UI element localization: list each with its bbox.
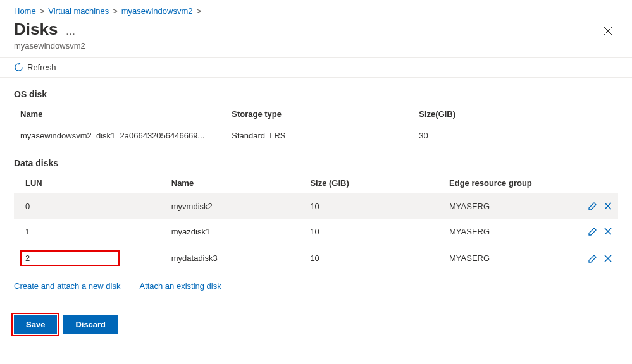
data-disk-header-name: Name: [165, 173, 304, 193]
data-disk-lun: 1: [14, 219, 165, 244]
attach-existing-disk-link[interactable]: Attach an existing disk: [139, 281, 221, 291]
delete-icon[interactable]: [602, 200, 614, 212]
page-subtitle: myasewindowsvm2: [0, 41, 632, 57]
data-disks-section-title: Data disks: [14, 158, 618, 168]
delete-icon[interactable]: [602, 225, 614, 238]
more-icon[interactable]: …: [65, 26, 75, 37]
discard-button[interactable]: Discard: [63, 315, 118, 334]
data-disk-row: 1 myazdisk1 10 MYASERG: [14, 219, 618, 244]
data-disk-size: 10: [304, 219, 443, 244]
data-disk-erg: MYASERG: [443, 219, 580, 244]
edit-icon[interactable]: [586, 252, 599, 265]
breadcrumb: Home > Virtual machines > myasewindowsvm…: [0, 0, 632, 18]
save-button[interactable]: Save: [14, 315, 57, 334]
data-disk-lun-highlighted: 2: [20, 250, 120, 266]
breadcrumb-vm[interactable]: myasewindowsvm2: [121, 6, 193, 16]
os-disk-row: myasewindowsvm2_disk1_2a066432056446669.…: [14, 124, 618, 147]
chevron-right-icon: >: [196, 6, 201, 16]
refresh-button[interactable]: Refresh: [27, 63, 56, 72]
close-icon[interactable]: [598, 23, 618, 41]
data-disk-row: 2 mydatadisk3 10 MYASERG: [14, 244, 618, 272]
os-disk-size: 30: [412, 124, 618, 147]
breadcrumb-virtual-machines[interactable]: Virtual machines: [48, 6, 109, 16]
edit-icon[interactable]: [586, 200, 599, 212]
os-disk-section-title: OS disk: [14, 89, 618, 99]
os-disk-header-name: Name: [14, 104, 225, 124]
os-disk-table: Name Storage type Size(GiB) myasewindows…: [14, 104, 618, 147]
breadcrumb-home[interactable]: Home: [14, 6, 36, 16]
data-disk-erg: MYASERG: [443, 193, 580, 219]
data-disk-erg: MYASERG: [443, 244, 580, 272]
toolbar: Refresh: [0, 57, 632, 78]
chevron-right-icon: >: [113, 6, 118, 16]
data-disk-size: 10: [304, 193, 443, 219]
data-disk-header-edge-resource-group: Edge resource group: [443, 173, 580, 193]
delete-icon[interactable]: [602, 252, 614, 265]
data-disks-table: LUN Name Size (GiB) Edge resource group …: [14, 173, 618, 272]
footer: Save Discard: [0, 306, 632, 345]
page-title: Disks: [14, 20, 58, 39]
create-attach-new-disk-link[interactable]: Create and attach a new disk: [14, 281, 120, 291]
data-disk-name: mydatadisk3: [165, 244, 304, 272]
edit-icon[interactable]: [586, 225, 599, 238]
os-disk-storage-type: Standard_LRS: [225, 124, 412, 147]
data-disk-name: myvmdisk2: [165, 193, 304, 219]
os-disk-header-size: Size(GiB): [412, 104, 618, 124]
data-disk-size: 10: [304, 244, 443, 272]
refresh-icon[interactable]: [14, 63, 23, 72]
data-disk-header-size: Size (GiB): [304, 173, 443, 193]
os-disk-header-storage-type: Storage type: [225, 104, 412, 124]
os-disk-name: myasewindowsvm2_disk1_2a066432056446669.…: [14, 124, 225, 147]
data-disk-header-lun: LUN: [14, 173, 165, 193]
data-disk-row: 0 myvmdisk2 10 MYASERG: [14, 193, 618, 219]
data-disk-name: myazdisk1: [165, 219, 304, 244]
data-disk-lun: 0: [14, 193, 165, 219]
chevron-right-icon: >: [40, 6, 45, 16]
